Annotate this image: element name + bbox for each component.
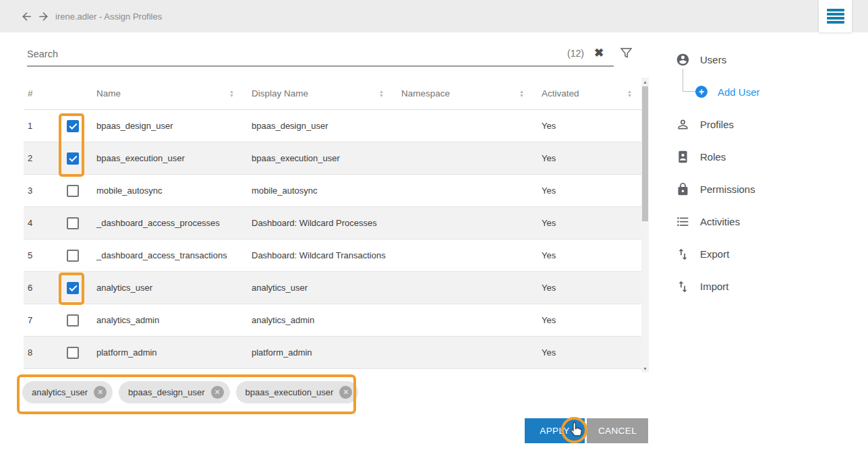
row-name: mobile_autosync: [88, 186, 243, 196]
sort-icon[interactable]: ▲▼: [627, 90, 632, 98]
table-row[interactable]: 1 bpaas_design_user bpaas_design_user Ye…: [24, 110, 641, 142]
row-activated: Yes: [533, 186, 641, 196]
row-number: 3: [24, 186, 57, 196]
sidebar-item-label: Add User: [718, 86, 760, 98]
sidebar-item-label: Export: [700, 248, 729, 260]
clear-search-icon[interactable]: ✖: [594, 46, 604, 60]
sidebar-item-users[interactable]: Users: [664, 43, 867, 76]
search-input[interactable]: [27, 43, 553, 65]
row-name: _dashboard_access_transactions: [88, 250, 243, 260]
row-checkbox[interactable]: [67, 250, 79, 262]
sidebar-item-add-user[interactable]: + Add User: [664, 76, 867, 108]
forward-arrow-icon[interactable]: [37, 10, 50, 23]
row-number: 2: [24, 153, 57, 163]
filter-funnel-icon[interactable]: [618, 45, 634, 61]
sidebar-item-label: Profiles: [700, 119, 734, 130]
column-header-display-name[interactable]: Display Name ▲▼: [243, 88, 393, 98]
import-export-icon: [676, 279, 690, 293]
row-checkbox[interactable]: [67, 185, 79, 197]
apply-button[interactable]: APPLY: [525, 418, 585, 443]
plus-circle-icon: +: [695, 86, 707, 98]
table-row[interactable]: 7 analytics_admin analytics_admin Yes: [24, 304, 641, 337]
table-row[interactable]: 6 analytics_user analytics_user Yes: [24, 272, 641, 304]
row-checkbox[interactable]: [67, 347, 79, 359]
scroll-up-icon[interactable]: ▲: [641, 78, 649, 86]
page-title: irene.adler - Assign Profiles: [55, 0, 162, 32]
chip-label: bpaas_execution_user: [245, 387, 334, 397]
profiles-table: # Name ▲▼ Display Name ▲▼ Namespace ▲▼ A…: [24, 78, 641, 369]
scroll-down-icon[interactable]: ▼: [641, 364, 649, 372]
row-number: 4: [24, 218, 57, 228]
table-row[interactable]: 5 _dashboard_access_transactions Dashboa…: [24, 239, 641, 272]
badge-icon: [676, 150, 690, 164]
tree-connector-vertical: [683, 69, 683, 92]
row-checkbox[interactable]: [67, 314, 79, 327]
row-activated: Yes: [533, 153, 641, 163]
selected-profile-chip: bpaas_execution_user ✕: [236, 381, 359, 403]
sidebar-item-label: Permissions: [700, 183, 755, 195]
row-checkbox[interactable]: [67, 120, 79, 132]
row-name: analytics_user: [88, 283, 243, 293]
row-display-name: Dashboard: Wildcard Transactions: [243, 250, 393, 260]
sidebar-item-label: Users: [700, 54, 726, 65]
remove-chip-icon[interactable]: ✕: [339, 386, 352, 399]
table-row[interactable]: 4 _dashboard_access_processes Dashboard:…: [24, 207, 641, 239]
row-name: _dashboard_access_processes: [88, 218, 243, 228]
selected-profile-chip: bpaas_design_user ✕: [119, 381, 229, 403]
row-checkbox[interactable]: [67, 217, 79, 229]
row-activated: Yes: [533, 250, 641, 260]
row-number: 8: [24, 347, 57, 358]
row-activated: Yes: [533, 121, 641, 131]
sort-icon[interactable]: ▲▼: [229, 90, 234, 98]
sort-icon[interactable]: ▲▼: [379, 90, 384, 98]
row-name: analytics_admin: [88, 315, 243, 325]
row-checkbox[interactable]: [67, 282, 79, 294]
action-buttons: APPLY CANCEL: [525, 418, 648, 443]
sidebar-item-label: Roles: [700, 151, 726, 163]
row-activated: Yes: [533, 283, 641, 293]
row-number: 6: [24, 283, 57, 293]
search-underline: [27, 65, 614, 67]
selected-profile-chip: analytics_user ✕: [22, 381, 113, 403]
column-header-namespace[interactable]: Namespace ▲▼: [393, 88, 533, 98]
sidebar-item-label: Import: [700, 281, 729, 292]
row-display-name: bpaas_design_user: [243, 121, 393, 131]
remove-chip-icon[interactable]: ✕: [211, 386, 224, 399]
column-label: Name: [96, 88, 121, 98]
row-activated: Yes: [533, 315, 641, 325]
sidebar-item-profiles[interactable]: Profiles: [664, 108, 867, 140]
row-name: bpaas_design_user: [88, 121, 243, 131]
row-checkbox[interactable]: [67, 152, 79, 165]
sidebar-item-permissions[interactable]: Permissions: [664, 173, 867, 205]
column-header-name[interactable]: Name ▲▼: [88, 88, 243, 98]
lock-icon: [676, 182, 690, 196]
back-arrow-icon[interactable]: [20, 10, 33, 23]
sort-icon[interactable]: ▲▼: [519, 90, 524, 98]
table-scrollbar[interactable]: ▲ ▼: [641, 78, 649, 372]
column-header-activated[interactable]: Activated ▲▼: [533, 88, 641, 98]
row-display-name: analytics_admin: [243, 315, 393, 325]
selected-chips: analytics_user ✕ bpaas_design_user ✕ bpa…: [22, 381, 358, 403]
sidebar-item-roles[interactable]: Roles: [664, 140, 867, 173]
row-display-name: bpaas_execution_user: [243, 153, 393, 163]
chip-label: analytics_user: [32, 387, 88, 397]
sidebar-item-import[interactable]: Import: [664, 270, 867, 302]
remove-chip-icon[interactable]: ✕: [94, 386, 107, 399]
cancel-button[interactable]: CANCEL: [587, 418, 648, 443]
scrollbar-thumb[interactable]: [642, 86, 648, 221]
table-row[interactable]: 8 platform_admin platform_admin Yes: [24, 337, 641, 369]
sidebar: Users + Add User Profiles Roles Permissi…: [664, 43, 867, 302]
row-name: bpaas_execution_user: [88, 153, 243, 163]
tree-connector-horizontal: [683, 91, 695, 92]
account-circle-icon: [676, 53, 690, 67]
sidebar-item-export[interactable]: Export: [664, 237, 867, 270]
row-number: 5: [24, 250, 57, 260]
row-activated: Yes: [533, 218, 641, 228]
row-name: platform_admin: [88, 347, 243, 358]
hamburger-menu-icon[interactable]: [819, 0, 852, 32]
result-count: (12): [567, 48, 584, 59]
table-row[interactable]: 2 bpaas_execution_user bpaas_execution_u…: [24, 142, 641, 175]
sidebar-item-activities[interactable]: Activities: [664, 205, 867, 237]
table-row[interactable]: 3 mobile_autosync mobile_autosync Yes: [24, 175, 641, 207]
row-number: 7: [24, 315, 57, 325]
